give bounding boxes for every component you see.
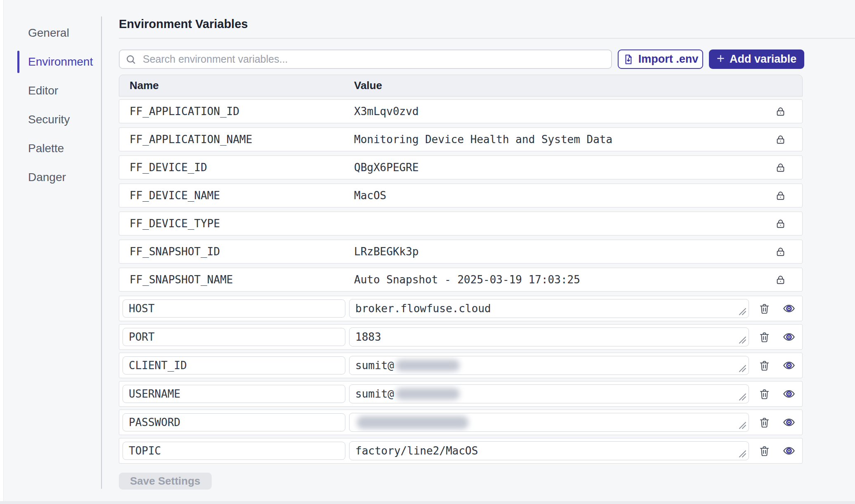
toggle-visibility-button[interactable] [782,387,796,401]
variable-value: X3mLqv0zvd [354,105,759,118]
eye-icon [782,444,796,457]
variable-name-input[interactable] [123,442,345,460]
eye-icon [782,359,796,372]
search-icon [125,54,137,65]
resize-handle[interactable] [738,335,747,344]
variable-value: QBgX6PEGRE [354,161,759,174]
variable-value-wrap: sumit@ [349,356,749,375]
active-indicator-bar [17,51,19,73]
variable-name-input[interactable] [123,328,345,346]
lock-icon [775,218,786,229]
search-input[interactable] [119,49,612,69]
eye-icon [782,387,796,400]
trash-icon [758,445,770,457]
environment-variables-panel: Environment Variables Import .env + Add … [119,16,855,490]
lock-icon [775,162,786,173]
variable-name-input[interactable] [123,356,345,374]
import-env-button[interactable]: Import .env [618,49,703,69]
table-row-editable: sumit@ [119,353,803,378]
variable-value-text: 1883 [355,331,381,343]
delete-variable-button[interactable] [757,358,771,372]
resize-handle[interactable] [738,364,747,373]
add-variable-button[interactable]: + Add variable [709,49,804,69]
table-row-editable: sumit@ [119,381,803,407]
variable-name: FF_APPLICATION_NAME [119,133,354,146]
delete-variable-button[interactable] [757,415,771,429]
sidebar-item-label: General [28,26,69,40]
lock-icon [775,106,786,117]
table-header: Name Value [119,75,803,97]
toggle-visibility-button[interactable] [782,444,796,458]
variable-value-wrap [349,413,749,432]
sidebar-item-label: Environment [28,55,93,68]
resize-handle[interactable] [738,392,747,401]
lock-icon [775,134,786,145]
resize-handle[interactable] [738,307,747,316]
env-vars-table: Name Value FF_APPLICATION_ID X3mLqv0zvd … [119,75,803,464]
delete-variable-button[interactable] [757,330,771,344]
sidebar-item-label: Security [28,113,70,126]
variable-name: FF_DEVICE_TYPE [119,217,354,230]
toggle-visibility-button[interactable] [782,358,796,372]
variable-name-input[interactable] [123,385,345,403]
sidebar-item-environment[interactable]: Environment [0,50,101,73]
table-row: FF_DEVICE_ID QBgX6PEGRE [119,155,803,179]
sidebar-divider [101,16,102,489]
sidebar-item-security[interactable]: Security [0,108,101,131]
variable-value-wrap: broker.flowfuse.cloud [349,299,749,318]
trash-icon [758,303,770,315]
device-settings-page: General Environment Editor Security Pale… [0,0,855,504]
toggle-visibility-button[interactable] [782,301,796,316]
variable-value-textarea[interactable]: sumit@ [349,384,749,403]
import-env-label: Import .env [638,53,699,66]
variable-name-input[interactable] [123,413,345,431]
sidebar-item-label: Editor [28,84,58,97]
sidebar-item-palette[interactable]: Palette [0,137,101,160]
sidebar-item-danger[interactable]: Danger [0,166,101,189]
settings-sidebar: General Environment Editor Security Pale… [0,21,101,195]
trash-icon [758,331,770,343]
variable-value-wrap: 1883 [349,327,749,346]
resize-handle[interactable] [738,421,747,430]
variable-value-textarea[interactable]: 1883 [349,327,749,346]
variable-value-textarea[interactable]: factory/line2/MacOS [349,441,749,460]
delete-variable-button[interactable] [757,444,771,458]
search-box [119,49,612,69]
sidebar-item-general[interactable]: General [0,21,101,45]
variable-value-wrap: sumit@ [349,384,749,403]
table-row: FF_DEVICE_NAME MacOS [119,184,803,207]
page-title: Environment Variables [119,16,855,31]
toggle-visibility-button[interactable] [782,415,796,429]
resize-handle[interactable] [738,449,747,458]
delete-variable-button[interactable] [757,301,771,316]
lock-icon [775,190,786,201]
variable-value-textarea[interactable]: sumit@ [349,356,749,375]
redacted-value-blob [357,416,468,429]
variable-name-input[interactable] [123,299,345,318]
variable-value-textarea[interactable] [349,413,749,432]
toggle-visibility-button[interactable] [782,330,796,344]
variable-value: Auto Snapshot - 2025-03-19 17:03:25 [354,273,759,286]
variable-value-text: sumit@ [355,359,394,372]
table-row: FF_APPLICATION_ID X3mLqv0zvd [119,99,803,123]
env-vars-toolbar: Import .env + Add variable [119,49,804,69]
eye-icon [782,330,796,344]
table-row-editable: 1883 [119,324,803,350]
variable-name: FF_SNAPSHOT_NAME [119,273,354,286]
import-file-icon [623,54,634,65]
delete-variable-button[interactable] [757,387,771,401]
variable-value: Monitoring Device Health and System Data [354,133,759,146]
trash-icon [758,388,770,400]
redacted-value-blob [396,360,460,371]
variable-value-textarea[interactable]: broker.flowfuse.cloud [349,299,749,318]
trash-icon [758,417,770,429]
save-settings-button[interactable]: Save Settings [119,473,212,490]
variable-value: LRzBEGKk3p [354,245,759,258]
table-row-editable: factory/line2/MacOS [119,438,803,464]
add-variable-label: Add variable [730,53,796,66]
sidebar-item-editor[interactable]: Editor [0,79,101,102]
variable-value-text: broker.flowfuse.cloud [355,302,491,315]
table-row: FF_DEVICE_TYPE [119,212,803,236]
eye-icon [782,302,796,315]
table-row-editable [119,410,803,435]
